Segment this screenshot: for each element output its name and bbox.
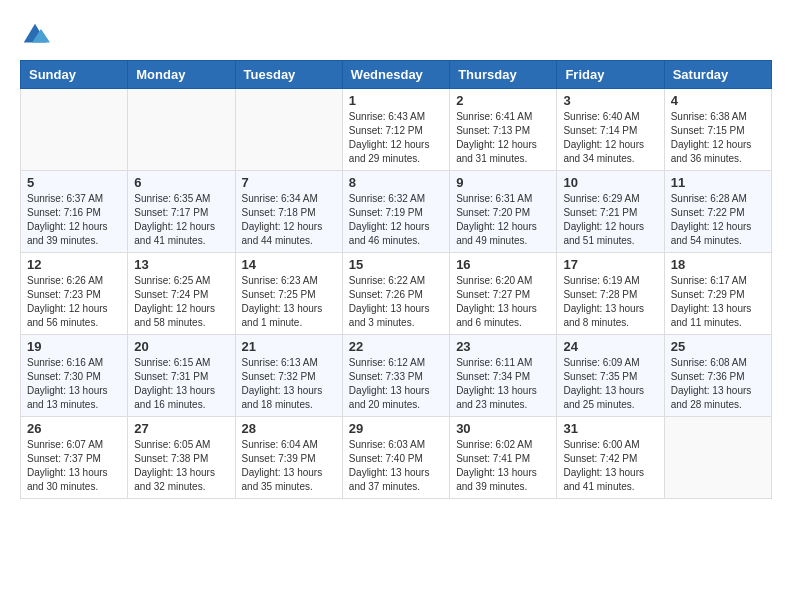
calendar-cell: 30Sunrise: 6:02 AM Sunset: 7:41 PM Dayli… [450,417,557,499]
day-info: Sunrise: 6:34 AM Sunset: 7:18 PM Dayligh… [242,192,336,248]
calendar-cell [235,89,342,171]
day-number: 16 [456,257,550,272]
calendar-cell [128,89,235,171]
weekday-header-row: SundayMondayTuesdayWednesdayThursdayFrid… [21,61,772,89]
logo [20,20,54,50]
calendar-cell: 8Sunrise: 6:32 AM Sunset: 7:19 PM Daylig… [342,171,449,253]
day-info: Sunrise: 6:37 AM Sunset: 7:16 PM Dayligh… [27,192,121,248]
calendar-cell: 20Sunrise: 6:15 AM Sunset: 7:31 PM Dayli… [128,335,235,417]
calendar-cell: 18Sunrise: 6:17 AM Sunset: 7:29 PM Dayli… [664,253,771,335]
calendar-cell: 15Sunrise: 6:22 AM Sunset: 7:26 PM Dayli… [342,253,449,335]
day-number: 29 [349,421,443,436]
day-number: 22 [349,339,443,354]
day-info: Sunrise: 6:28 AM Sunset: 7:22 PM Dayligh… [671,192,765,248]
weekday-header: Monday [128,61,235,89]
day-number: 18 [671,257,765,272]
day-number: 17 [563,257,657,272]
page-header [20,20,772,50]
calendar-cell: 16Sunrise: 6:20 AM Sunset: 7:27 PM Dayli… [450,253,557,335]
calendar-cell: 2Sunrise: 6:41 AM Sunset: 7:13 PM Daylig… [450,89,557,171]
calendar-cell: 6Sunrise: 6:35 AM Sunset: 7:17 PM Daylig… [128,171,235,253]
day-info: Sunrise: 6:29 AM Sunset: 7:21 PM Dayligh… [563,192,657,248]
day-number: 13 [134,257,228,272]
day-info: Sunrise: 6:08 AM Sunset: 7:36 PM Dayligh… [671,356,765,412]
weekday-header: Thursday [450,61,557,89]
day-number: 15 [349,257,443,272]
day-info: Sunrise: 6:04 AM Sunset: 7:39 PM Dayligh… [242,438,336,494]
day-number: 24 [563,339,657,354]
calendar-cell: 17Sunrise: 6:19 AM Sunset: 7:28 PM Dayli… [557,253,664,335]
day-number: 6 [134,175,228,190]
weekday-header: Wednesday [342,61,449,89]
calendar-cell: 31Sunrise: 6:00 AM Sunset: 7:42 PM Dayli… [557,417,664,499]
day-number: 26 [27,421,121,436]
day-info: Sunrise: 6:26 AM Sunset: 7:23 PM Dayligh… [27,274,121,330]
day-info: Sunrise: 6:32 AM Sunset: 7:19 PM Dayligh… [349,192,443,248]
day-number: 8 [349,175,443,190]
calendar-cell: 10Sunrise: 6:29 AM Sunset: 7:21 PM Dayli… [557,171,664,253]
day-number: 21 [242,339,336,354]
calendar-cell: 7Sunrise: 6:34 AM Sunset: 7:18 PM Daylig… [235,171,342,253]
calendar-cell: 25Sunrise: 6:08 AM Sunset: 7:36 PM Dayli… [664,335,771,417]
calendar-cell: 22Sunrise: 6:12 AM Sunset: 7:33 PM Dayli… [342,335,449,417]
day-info: Sunrise: 6:22 AM Sunset: 7:26 PM Dayligh… [349,274,443,330]
calendar-cell: 14Sunrise: 6:23 AM Sunset: 7:25 PM Dayli… [235,253,342,335]
day-number: 12 [27,257,121,272]
day-number: 25 [671,339,765,354]
day-number: 27 [134,421,228,436]
day-number: 10 [563,175,657,190]
calendar-week-row: 12Sunrise: 6:26 AM Sunset: 7:23 PM Dayli… [21,253,772,335]
day-info: Sunrise: 6:23 AM Sunset: 7:25 PM Dayligh… [242,274,336,330]
day-number: 31 [563,421,657,436]
day-info: Sunrise: 6:16 AM Sunset: 7:30 PM Dayligh… [27,356,121,412]
day-info: Sunrise: 6:12 AM Sunset: 7:33 PM Dayligh… [349,356,443,412]
day-number: 4 [671,93,765,108]
day-info: Sunrise: 6:35 AM Sunset: 7:17 PM Dayligh… [134,192,228,248]
day-info: Sunrise: 6:13 AM Sunset: 7:32 PM Dayligh… [242,356,336,412]
day-info: Sunrise: 6:25 AM Sunset: 7:24 PM Dayligh… [134,274,228,330]
calendar-cell [664,417,771,499]
calendar-cell: 19Sunrise: 6:16 AM Sunset: 7:30 PM Dayli… [21,335,128,417]
calendar-cell: 3Sunrise: 6:40 AM Sunset: 7:14 PM Daylig… [557,89,664,171]
weekday-header: Sunday [21,61,128,89]
day-number: 1 [349,93,443,108]
day-info: Sunrise: 6:09 AM Sunset: 7:35 PM Dayligh… [563,356,657,412]
day-number: 30 [456,421,550,436]
calendar-cell: 1Sunrise: 6:43 AM Sunset: 7:12 PM Daylig… [342,89,449,171]
calendar-cell: 4Sunrise: 6:38 AM Sunset: 7:15 PM Daylig… [664,89,771,171]
day-number: 23 [456,339,550,354]
day-info: Sunrise: 6:07 AM Sunset: 7:37 PM Dayligh… [27,438,121,494]
calendar-cell: 29Sunrise: 6:03 AM Sunset: 7:40 PM Dayli… [342,417,449,499]
day-info: Sunrise: 6:11 AM Sunset: 7:34 PM Dayligh… [456,356,550,412]
day-number: 20 [134,339,228,354]
day-number: 5 [27,175,121,190]
day-number: 3 [563,93,657,108]
day-info: Sunrise: 6:02 AM Sunset: 7:41 PM Dayligh… [456,438,550,494]
calendar-cell [21,89,128,171]
calendar-cell: 11Sunrise: 6:28 AM Sunset: 7:22 PM Dayli… [664,171,771,253]
day-number: 14 [242,257,336,272]
day-info: Sunrise: 6:00 AM Sunset: 7:42 PM Dayligh… [563,438,657,494]
calendar-cell: 24Sunrise: 6:09 AM Sunset: 7:35 PM Dayli… [557,335,664,417]
calendar-cell: 27Sunrise: 6:05 AM Sunset: 7:38 PM Dayli… [128,417,235,499]
day-info: Sunrise: 6:05 AM Sunset: 7:38 PM Dayligh… [134,438,228,494]
weekday-header: Tuesday [235,61,342,89]
day-info: Sunrise: 6:31 AM Sunset: 7:20 PM Dayligh… [456,192,550,248]
day-info: Sunrise: 6:15 AM Sunset: 7:31 PM Dayligh… [134,356,228,412]
day-number: 11 [671,175,765,190]
day-info: Sunrise: 6:43 AM Sunset: 7:12 PM Dayligh… [349,110,443,166]
day-info: Sunrise: 6:17 AM Sunset: 7:29 PM Dayligh… [671,274,765,330]
calendar-cell: 13Sunrise: 6:25 AM Sunset: 7:24 PM Dayli… [128,253,235,335]
day-info: Sunrise: 6:03 AM Sunset: 7:40 PM Dayligh… [349,438,443,494]
day-info: Sunrise: 6:40 AM Sunset: 7:14 PM Dayligh… [563,110,657,166]
day-number: 7 [242,175,336,190]
calendar-cell: 12Sunrise: 6:26 AM Sunset: 7:23 PM Dayli… [21,253,128,335]
calendar-cell: 21Sunrise: 6:13 AM Sunset: 7:32 PM Dayli… [235,335,342,417]
day-info: Sunrise: 6:19 AM Sunset: 7:28 PM Dayligh… [563,274,657,330]
weekday-header: Saturday [664,61,771,89]
calendar-cell: 5Sunrise: 6:37 AM Sunset: 7:16 PM Daylig… [21,171,128,253]
calendar-week-row: 26Sunrise: 6:07 AM Sunset: 7:37 PM Dayli… [21,417,772,499]
calendar-week-row: 5Sunrise: 6:37 AM Sunset: 7:16 PM Daylig… [21,171,772,253]
day-number: 28 [242,421,336,436]
day-info: Sunrise: 6:41 AM Sunset: 7:13 PM Dayligh… [456,110,550,166]
